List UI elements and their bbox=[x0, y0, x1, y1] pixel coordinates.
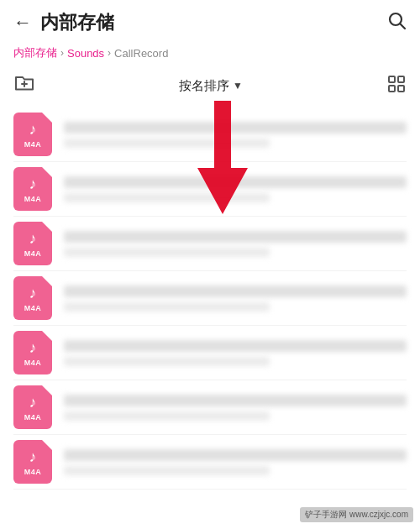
svg-rect-5 bbox=[398, 76, 404, 82]
file-meta bbox=[64, 302, 270, 312]
file-icon-wrapper: ♪ M4A bbox=[13, 113, 52, 156]
page-title: 内部存储 bbox=[40, 10, 114, 35]
file-meta bbox=[64, 466, 270, 475]
list-item[interactable]: ♪ M4A bbox=[13, 162, 407, 217]
sort-button[interactable]: 按名排序 ▼ bbox=[179, 78, 243, 94]
add-folder-icon[interactable] bbox=[13, 72, 35, 99]
search-icon[interactable] bbox=[386, 10, 407, 35]
file-icon-wrapper: ♪ M4A bbox=[13, 276, 52, 320]
file-icon-wrapper: ♪ M4A bbox=[13, 167, 52, 211]
music-icon: ♪ bbox=[29, 448, 37, 466]
view-toggle-icon[interactable] bbox=[386, 74, 407, 98]
file-name bbox=[64, 122, 407, 134]
file-type-label: M4A bbox=[24, 140, 42, 149]
file-icon-wrapper: ♪ M4A bbox=[13, 222, 52, 265]
file-icon: ♪ M4A bbox=[13, 222, 52, 265]
file-name bbox=[64, 340, 407, 352]
breadcrumb-item-callrecord[interactable]: CallRecord bbox=[114, 47, 168, 60]
file-icon-wrapper: ♪ M4A bbox=[13, 440, 52, 484]
file-icon: ♪ M4A bbox=[13, 385, 52, 429]
list-item[interactable]: ♪ M4A bbox=[13, 435, 407, 490]
sort-label: 按名排序 bbox=[179, 78, 229, 94]
file-info bbox=[64, 449, 407, 475]
header-left: ← 内部存储 bbox=[13, 10, 114, 35]
list-item[interactable]: ♪ M4A bbox=[13, 271, 407, 326]
breadcrumb-separator-1: › bbox=[60, 47, 64, 59]
file-list: ♪ M4A ♪ M4A ♪ M4A bbox=[0, 107, 420, 490]
file-icon-wrapper: ♪ M4A bbox=[13, 385, 52, 429]
file-meta bbox=[64, 411, 270, 421]
list-item[interactable]: ♪ M4A bbox=[13, 107, 407, 162]
file-name bbox=[64, 285, 407, 297]
music-icon: ♪ bbox=[29, 175, 37, 193]
file-meta bbox=[64, 248, 270, 257]
breadcrumb-item-sounds[interactable]: Sounds bbox=[67, 47, 104, 60]
watermark: 铲子手游网 www.czjxjc.com bbox=[300, 507, 413, 522]
list-item[interactable]: ♪ M4A bbox=[13, 217, 407, 271]
svg-rect-7 bbox=[398, 86, 404, 92]
list-item[interactable]: ♪ M4A bbox=[13, 326, 407, 380]
file-info bbox=[64, 340, 407, 366]
file-icon: ♪ M4A bbox=[13, 113, 52, 156]
file-meta bbox=[64, 357, 270, 366]
file-info bbox=[64, 176, 407, 202]
file-icon: ♪ M4A bbox=[13, 331, 52, 374]
file-type-label: M4A bbox=[24, 304, 42, 312]
breadcrumb: 内部存储 › Sounds › CallRecord bbox=[0, 42, 420, 67]
svg-rect-6 bbox=[389, 86, 395, 92]
file-meta bbox=[64, 139, 270, 148]
svg-line-1 bbox=[401, 24, 406, 29]
header: ← 内部存储 bbox=[0, 0, 420, 42]
music-icon: ♪ bbox=[29, 121, 37, 139]
music-icon: ♪ bbox=[29, 285, 37, 302]
file-name bbox=[64, 176, 407, 188]
file-name bbox=[64, 395, 407, 406]
file-type-label: M4A bbox=[24, 413, 42, 422]
file-type-label: M4A bbox=[24, 468, 42, 476]
file-icon: ♪ M4A bbox=[13, 167, 52, 211]
file-type-label: M4A bbox=[24, 249, 42, 258]
file-icon: ♪ M4A bbox=[13, 440, 52, 484]
list-item[interactable]: ♪ M4A bbox=[13, 380, 407, 435]
file-type-label: M4A bbox=[24, 195, 42, 203]
breadcrumb-separator-2: › bbox=[108, 47, 111, 59]
breadcrumb-item-home[interactable]: 内部存储 bbox=[13, 45, 57, 60]
file-icon-wrapper: ♪ M4A bbox=[13, 331, 52, 374]
file-info bbox=[64, 122, 407, 148]
back-icon[interactable]: ← bbox=[13, 12, 32, 34]
file-info bbox=[64, 231, 407, 257]
file-info bbox=[64, 395, 407, 421]
file-meta bbox=[64, 193, 270, 202]
svg-rect-4 bbox=[389, 76, 395, 82]
sort-dropdown-icon: ▼ bbox=[233, 80, 243, 92]
file-name bbox=[64, 231, 407, 243]
file-name bbox=[64, 449, 407, 461]
music-icon: ♪ bbox=[29, 230, 37, 248]
music-icon: ♪ bbox=[29, 394, 37, 411]
file-type-label: M4A bbox=[24, 359, 42, 367]
file-info bbox=[64, 285, 407, 312]
toolbar: 按名排序 ▼ bbox=[0, 67, 420, 107]
file-icon: ♪ M4A bbox=[13, 276, 52, 320]
music-icon: ♪ bbox=[29, 339, 37, 357]
